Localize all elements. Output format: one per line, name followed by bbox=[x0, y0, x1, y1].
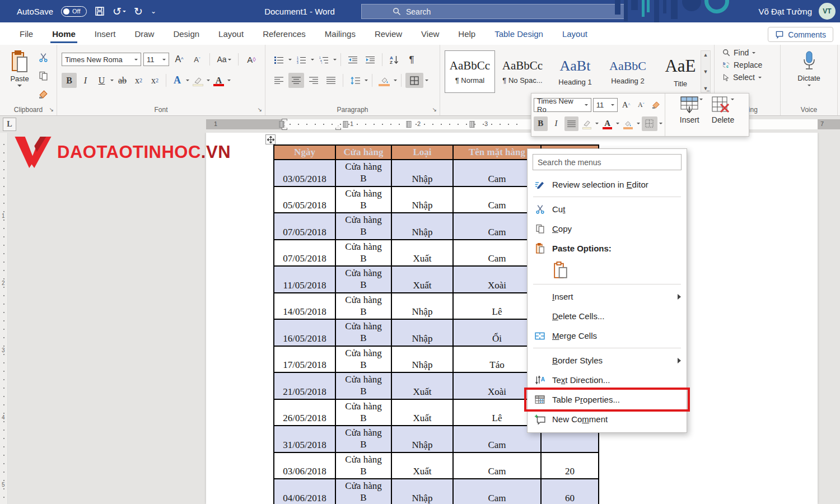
borders-caret-icon[interactable] bbox=[425, 80, 428, 81]
menu-item-insert[interactable]: Insert bbox=[528, 287, 687, 306]
font-color-caret-icon[interactable] bbox=[227, 80, 231, 81]
table-header-cell[interactable]: Ngày bbox=[274, 145, 335, 160]
menu-item-copy[interactable]: Copy bbox=[528, 219, 687, 239]
replace-button[interactable]: bc Replace bbox=[722, 60, 780, 69]
table-column-marker[interactable] bbox=[407, 121, 412, 128]
table-cell[interactable]: 07/05/2018 bbox=[274, 213, 335, 240]
paragraph-dialog-launcher[interactable]: ↘ bbox=[432, 106, 437, 113]
table-row[interactable]: 03/06/2018Cửa hàng BXuấtCam20 bbox=[274, 452, 599, 479]
table-header-cell[interactable]: Cửa hàng bbox=[335, 145, 391, 160]
table-cell[interactable]: 60 bbox=[541, 479, 599, 504]
table-move-handle[interactable] bbox=[265, 134, 276, 144]
bullets-button[interactable] bbox=[271, 52, 287, 67]
table-cell[interactable]: 07/05/2018 bbox=[274, 240, 335, 267]
tab-draw[interactable]: Draw bbox=[125, 22, 164, 45]
tab-layout[interactable]: Layout bbox=[209, 22, 253, 45]
borders-button[interactable] bbox=[405, 73, 423, 88]
save-button[interactable] bbox=[95, 6, 105, 16]
table-cell[interactable]: Cửa hàng B bbox=[335, 426, 391, 452]
table-column-marker[interactable] bbox=[279, 121, 284, 128]
line-spacing-button[interactable] bbox=[347, 73, 363, 88]
style-normal[interactable]: AaBbCc¶ Normal bbox=[445, 50, 495, 93]
table-cell[interactable]: Cửa hàng B bbox=[335, 479, 391, 504]
mini-font-name-select[interactable]: Times New Ro bbox=[534, 98, 591, 112]
document-page[interactable]: NgàyCửa hàngLoạiTên mặt hàng 03/05/2018C… bbox=[206, 133, 818, 504]
mini-italic-button[interactable]: I bbox=[549, 116, 563, 131]
mini-borders-caret-icon[interactable] bbox=[659, 123, 662, 124]
multilevel-list-button[interactable]: 1ai bbox=[316, 52, 332, 67]
change-case-button[interactable]: Aa bbox=[214, 52, 234, 67]
menu-item-delete-cells[interactable]: Delete Cells... bbox=[528, 306, 687, 326]
mini-font-color-caret-icon[interactable] bbox=[616, 123, 619, 124]
table-cell[interactable]: Xuất bbox=[391, 266, 453, 293]
user-area[interactable]: Võ Đạt Tường VT bbox=[759, 0, 836, 22]
tab-design[interactable]: Design bbox=[164, 22, 209, 45]
table-cell[interactable]: Cam bbox=[453, 479, 541, 504]
copy-button[interactable] bbox=[36, 69, 50, 82]
clipboard-dialog-launcher[interactable]: ↘ bbox=[49, 106, 54, 113]
numbering-button[interactable]: 123 bbox=[293, 52, 309, 67]
styles-scroll-down-icon[interactable]: ▼ bbox=[703, 68, 708, 76]
tab-references[interactable]: References bbox=[253, 22, 315, 45]
redo-button[interactable]: ↻ bbox=[134, 6, 143, 17]
tab-layout[interactable]: Layout bbox=[553, 22, 597, 45]
mini-highlight-button[interactable] bbox=[580, 116, 594, 131]
italic-button[interactable]: I bbox=[78, 73, 93, 88]
table-column-marker[interactable] bbox=[470, 121, 475, 128]
table-cell[interactable]: 31/05/2018 bbox=[274, 426, 335, 452]
tab-view[interactable]: View bbox=[412, 22, 449, 45]
undo-button[interactable]: ↺ bbox=[113, 6, 126, 17]
menu-item-review-selection-in-editor[interactable]: Review selection in Editor bbox=[528, 175, 687, 194]
mini-format-painter-button[interactable] bbox=[649, 98, 662, 113]
table-cell[interactable]: Xuất bbox=[391, 372, 453, 399]
shading-button[interactable] bbox=[376, 73, 392, 88]
sort-button[interactable]: AZ bbox=[386, 52, 402, 67]
vertical-ruler[interactable]: 12345 bbox=[0, 133, 8, 504]
table-cell[interactable]: 14/05/2018 bbox=[274, 293, 335, 320]
tab-mailings[interactable]: Mailings bbox=[315, 22, 365, 45]
table-column-marker[interactable] bbox=[343, 121, 348, 128]
align-right-button[interactable] bbox=[306, 73, 321, 88]
table-cell[interactable]: 21/05/2018 bbox=[274, 372, 335, 399]
mini-bold-button[interactable]: B bbox=[534, 116, 548, 131]
clear-formatting-button[interactable]: A◊ bbox=[243, 52, 260, 67]
menu-item-border-styles[interactable]: Border Styles bbox=[528, 351, 687, 370]
font-color-button[interactable]: A bbox=[211, 73, 226, 88]
mini-font-size-select[interactable]: 11 bbox=[593, 98, 618, 112]
bullets-caret-icon[interactable] bbox=[288, 59, 292, 60]
mini-delete-table-button[interactable] bbox=[712, 96, 734, 113]
menu-search-input[interactable]: Search the menus bbox=[533, 154, 682, 170]
mini-shading-button[interactable] bbox=[621, 116, 635, 131]
mini-shading-caret-icon[interactable] bbox=[637, 123, 640, 124]
autosave-toggle[interactable]: Off bbox=[61, 6, 87, 17]
table-cell[interactable]: Cửa hàng B bbox=[335, 319, 391, 346]
menu-item-new-comment[interactable]: New Comment bbox=[528, 409, 687, 429]
shrink-font-button[interactable]: Aˇ bbox=[189, 52, 205, 67]
mini-font-color-button[interactable]: A bbox=[600, 116, 614, 131]
table-cell[interactable]: Nhập bbox=[391, 186, 453, 213]
superscript-button[interactable]: x2 bbox=[147, 73, 162, 88]
style-heading-2[interactable]: AaBbCHeading 2 bbox=[603, 50, 653, 93]
table-cell[interactable]: 11/05/2018 bbox=[274, 266, 335, 293]
paste-option-keep-source[interactable] bbox=[528, 258, 687, 282]
menu-item-cut[interactable]: Cut bbox=[528, 199, 687, 219]
table-cell[interactable]: 03/06/2018 bbox=[274, 452, 335, 479]
table-cell[interactable]: Cửa hàng B bbox=[335, 452, 391, 479]
font-size-select[interactable]: 11 bbox=[143, 53, 169, 66]
table-cell[interactable]: 20 bbox=[541, 452, 599, 479]
table-cell[interactable]: 26/05/2018 bbox=[274, 399, 335, 426]
menu-item-merge-cells[interactable]: Merge Cells bbox=[528, 326, 687, 346]
table-cell[interactable]: 16/05/2018 bbox=[274, 319, 335, 346]
tab-review[interactable]: Review bbox=[365, 22, 412, 45]
select-button[interactable]: Select bbox=[722, 73, 780, 82]
table-cell[interactable]: Cam bbox=[453, 452, 541, 479]
avatar[interactable]: VT bbox=[819, 3, 836, 20]
shading-caret-icon[interactable] bbox=[394, 80, 397, 81]
subscript-button[interactable]: x2 bbox=[131, 73, 146, 88]
increase-indent-button[interactable] bbox=[362, 52, 378, 67]
grow-font-button[interactable]: A^ bbox=[171, 52, 187, 67]
table-cell[interactable]: Nhập bbox=[391, 479, 453, 504]
menu-item-paste-options[interactable]: Paste Options: bbox=[528, 239, 687, 258]
tab-file[interactable]: File bbox=[10, 22, 43, 45]
mini-highlight-caret-icon[interactable] bbox=[595, 123, 599, 124]
